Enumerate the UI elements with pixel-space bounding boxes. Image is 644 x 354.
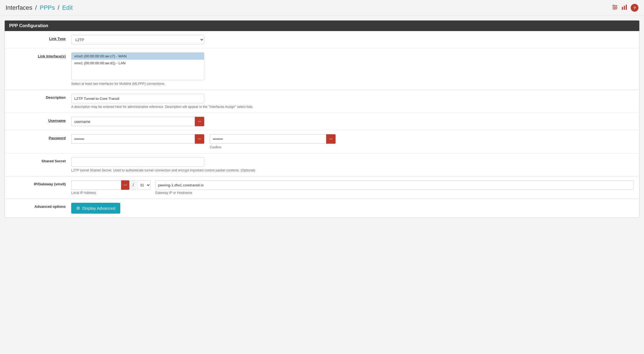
description-help: A description may be entered here for ad… <box>71 105 634 109</box>
display-advanced-button[interactable]: ⚙ Display Advanced <box>71 203 120 214</box>
chart-icon[interactable] <box>621 4 627 12</box>
username-content: ··· <box>71 117 634 126</box>
breadcrumb-sep2: / <box>58 4 59 11</box>
card-header: PPP Configuration <box>5 21 639 31</box>
svg-point-4 <box>615 6 617 8</box>
breadcrumb-edit[interactable]: Edit <box>62 4 73 11</box>
password-row: Password ··· ··· Confirm <box>5 130 639 153</box>
svg-rect-6 <box>622 7 623 10</box>
description-label: Description <box>10 94 71 100</box>
ip-ellipsis-button[interactable]: ··· <box>121 180 129 190</box>
password-content: ··· ··· Confirm <box>71 134 634 149</box>
shared-secret-help: L2TP tunnel Shared Secret. Used to authe… <box>71 168 634 172</box>
breadcrumb-interfaces: Interfaces <box>6 4 32 11</box>
ip-gateway-fields: ··· / 31 24 25 26 27 28 29 30 32 <box>71 180 634 195</box>
shared-secret-content: L2TP tunnel Shared Secret. Used to authe… <box>71 157 634 172</box>
link-interfaces-row: Link Interface(s) vmx0 (00:00:00:00:ae:c… <box>5 49 639 90</box>
ip-gateway-row: IP/Gateway (vmx0) ··· / 31 24 25 <box>5 176 639 199</box>
ip-group: ··· / 31 24 25 26 27 28 29 30 32 <box>71 180 151 195</box>
ip-help: Local IP Address <box>71 191 151 195</box>
description-input[interactable] <box>71 94 204 103</box>
list-item[interactable]: vmx0 (00:00:00:00:ae:c7) - WAN <box>71 53 204 60</box>
advanced-options-label: Advanced options <box>10 203 71 209</box>
password-input[interactable] <box>71 134 195 144</box>
header-icons: ? <box>612 4 638 12</box>
ppp-config-card: PPP Configuration Link Type L2TP PPPoE P… <box>4 20 640 218</box>
link-type-label: Link Type <box>10 35 71 41</box>
svg-rect-7 <box>624 6 625 10</box>
username-label: Username <box>10 117 71 123</box>
description-content: A description may be entered here for ad… <box>71 94 634 109</box>
description-row: Description A description may be entered… <box>5 90 639 113</box>
svg-point-3 <box>613 5 615 6</box>
username-ellipsis-button[interactable]: ··· <box>195 117 204 126</box>
password-ellipsis-button[interactable]: ··· <box>195 134 204 144</box>
breadcrumb-sep1: / <box>35 4 37 11</box>
gateway-help: Gateway IP or Hostname <box>155 191 634 195</box>
password-input-group: ··· <box>71 134 204 144</box>
help-icon[interactable]: ? <box>631 4 638 12</box>
password-row-content: ··· ··· Confirm <box>71 134 634 149</box>
username-row: Username ··· <box>5 113 639 130</box>
page-header: Interfaces / PPPs / Edit ? <box>0 0 644 16</box>
shared-secret-input[interactable] <box>71 157 204 167</box>
link-interfaces-help: Select at least two interfaces for Multi… <box>71 82 634 86</box>
slash-label: / <box>131 180 136 190</box>
password-confirm-group: ··· Confirm <box>210 134 336 149</box>
ip-gateway-content: ··· / 31 24 25 26 27 28 29 30 32 <box>71 180 634 195</box>
sliders-icon[interactable] <box>612 4 618 12</box>
ip-input-with-btn: ··· <box>71 180 129 190</box>
ip-input-row: ··· / 31 24 25 26 27 28 29 30 32 <box>71 180 151 190</box>
link-type-row: Link Type L2TP PPPoE PPTP 3G <box>5 31 639 49</box>
password-confirm-input[interactable] <box>210 134 326 144</box>
breadcrumb: Interfaces / PPPs / Edit <box>6 4 73 11</box>
shared-secret-label: Shared Secret <box>10 157 71 163</box>
gateway-input[interactable] <box>155 180 634 190</box>
username-input-group: ··· <box>71 117 204 126</box>
cidr-select[interactable]: 31 24 25 26 27 28 29 30 32 <box>137 180 151 190</box>
link-interfaces-label: Link Interface(s) <box>10 52 71 58</box>
shared-secret-row: Shared Secret L2TP tunnel Shared Secret.… <box>5 153 639 176</box>
link-type-content: L2TP PPPoE PPTP 3G <box>71 35 634 44</box>
link-interfaces-listbox[interactable]: vmx0 (00:00:00:00:ae:c7) - WAN vmx1 (00:… <box>71 52 204 80</box>
ip-input[interactable] <box>71 180 121 190</box>
password-confirm-input-group: ··· <box>210 134 336 144</box>
svg-point-5 <box>614 8 615 9</box>
breadcrumb-ppps[interactable]: PPPs <box>40 4 55 11</box>
advanced-options-content: ⚙ Display Advanced <box>71 203 634 214</box>
link-interfaces-content: vmx0 (00:00:00:00:ae:c7) - WAN vmx1 (00:… <box>71 52 634 86</box>
advanced-options-row: Advanced options ⚙ Display Advanced <box>5 199 639 218</box>
display-advanced-label: Display Advanced <box>82 206 115 211</box>
link-type-select[interactable]: L2TP PPPoE PPTP 3G <box>71 35 204 44</box>
password-label: Password <box>10 134 71 140</box>
username-input[interactable] <box>71 117 195 126</box>
password-confirm-ellipsis-button[interactable]: ··· <box>326 134 336 144</box>
svg-rect-8 <box>626 5 627 10</box>
list-item[interactable]: vmx1 (00:00:00:00:ae:d1) - LAN <box>71 60 204 67</box>
gateway-group: Gateway IP or Hostname <box>155 180 634 195</box>
confirm-label: Confirm <box>210 145 336 149</box>
gear-icon: ⚙ <box>76 206 80 211</box>
ip-gateway-label: IP/Gateway (vmx0) <box>10 180 71 186</box>
